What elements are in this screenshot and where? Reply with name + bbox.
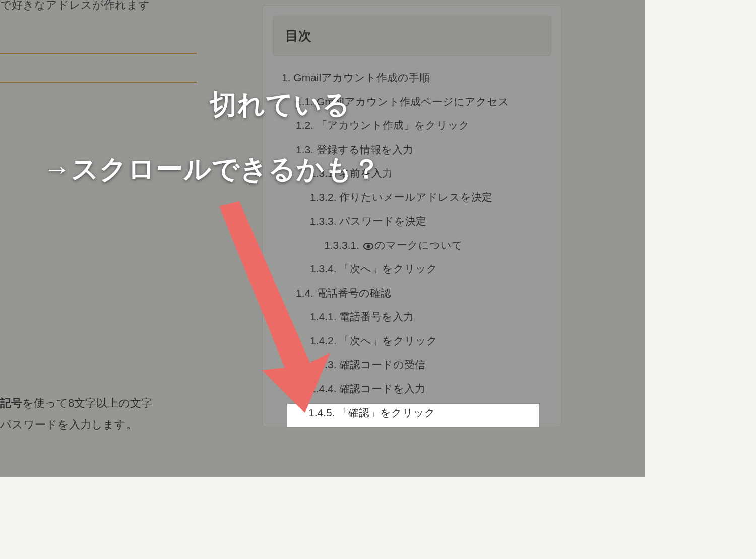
toc-item-label: 電話番号の確認 (317, 287, 391, 299)
left-body-bold: 記号 (0, 397, 22, 409)
toc-item-number: 1.4.3. (310, 359, 339, 370)
toc-item[interactable]: 1.4.4. 確認コードを入力 (310, 377, 546, 401)
divider-orange-2 (0, 82, 197, 83)
toc-item-label: パスワードを決定 (339, 215, 426, 227)
toc-item-label: 確認コードの受信 (339, 359, 425, 370)
toc-item-label: 登録する情報を入力 (317, 144, 413, 155)
toc-item[interactable]: 1.2. 「アカウント作成」をクリック (296, 113, 546, 137)
toc-item[interactable]: 1.4.3. 確認コードの受信 (310, 353, 546, 377)
left-body-text: 記号を使って8文字以上の文字 パスワードを入力します。 (0, 393, 152, 435)
toc-item-label: 名前を入力 (339, 167, 393, 179)
toc-item-label: のマークについて (374, 239, 463, 251)
toc-item[interactable]: 1.3.3.1. のマークについて (324, 233, 546, 257)
toc-item-label: 「次へ」をクリック (339, 335, 437, 346)
toc-item-number: 1.4. (296, 287, 317, 299)
toc-item[interactable]: 1.1. Gmailアカウント作成ページにアクセス (296, 90, 546, 114)
toc-item[interactable]: 1.4.2. 「次へ」をクリック (310, 329, 546, 353)
left-body-suffix: を使って8文字以上の文字 (22, 397, 152, 409)
toc-item-label: 電話番号を入力 (339, 311, 414, 322)
toc-item-label: Gmailアカウント作成の手順 (293, 72, 430, 83)
toc-item-label: 作りたいメールアドレスを決定 (339, 191, 492, 203)
left-body-line2: パスワードを入力します。 (0, 418, 137, 431)
eye-icon (363, 243, 373, 250)
left-column: で好きなアドレスが作れます 記号を使って8文字以上の文字 パスワードを入力します… (0, 0, 232, 477)
toc-title: 目次 (273, 16, 551, 56)
toc-item-label: 「アカウント作成」をクリック (317, 119, 470, 131)
toc-item-number: 1.3.1. (310, 167, 339, 179)
toc-item[interactable]: 1.3.2. 作りたいメールアドレスを決定 (310, 185, 546, 209)
toc-item-number: 1.1. (296, 96, 317, 107)
toc-item-number: 1.3. (296, 144, 317, 155)
toc-item-label: 「次へ」をクリック (339, 263, 437, 274)
toc-item-number: 1.3.3.1. (324, 239, 362, 251)
divider-orange-1 (0, 53, 197, 54)
toc-card: 目次 1. Gmailアカウント作成の手順1.1. Gmailアカウント作成ペー… (262, 5, 562, 427)
toc-item[interactable]: 1.3.1. 名前を入力 (310, 161, 546, 185)
toc-item-label: Gmailアカウント作成ページにアクセス (317, 96, 509, 107)
toc-item-number: 1.4.1. (310, 311, 339, 322)
left-fragment-text: で好きなアドレスが作れます (0, 0, 217, 13)
toc-item-number: 1.4.4. (310, 383, 339, 394)
toc-item[interactable]: 1.3.4. 「次へ」をクリック (310, 257, 546, 281)
toc-item-number: 1.3.4. (310, 263, 339, 274)
highlight-callout-text: 1.4.5. 「確認」をクリック (308, 406, 450, 421)
toc-item[interactable]: 1.4.1. 電話番号を入力 (310, 305, 546, 329)
toc-item-number: 1.4.2. (310, 335, 339, 346)
toc-item[interactable]: 1. Gmailアカウント作成の手順 (282, 65, 546, 90)
toc-item-number: 1.3.2. (310, 191, 339, 203)
toc-item-number: 1.2. (296, 119, 317, 131)
toc-item[interactable]: 1.3. 登録する情報を入力 (296, 137, 546, 162)
toc-list[interactable]: 1. Gmailアカウント作成の手順1.1. Gmailアカウント作成ページにア… (263, 65, 561, 427)
toc-item-label: 確認コードを入力 (339, 383, 425, 394)
toc-item[interactable]: 1.4. 電話番号の確認 (296, 281, 546, 305)
toc-item-number: 1.3.3. (310, 215, 339, 227)
toc-item[interactable]: 1.3.3. パスワードを決定 (310, 209, 546, 233)
toc-item-number: 1. (282, 72, 293, 83)
